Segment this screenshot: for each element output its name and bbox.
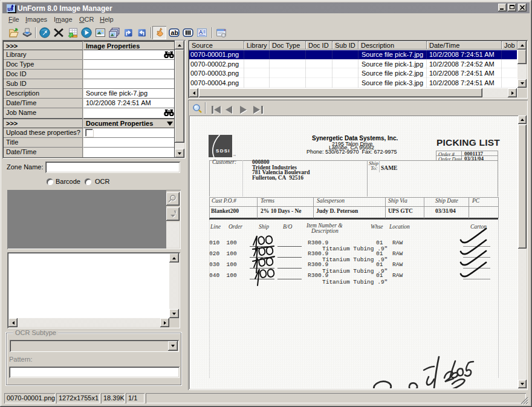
svg-text:ab: ab [170,29,178,36]
svg-text:A: A [199,29,203,35]
